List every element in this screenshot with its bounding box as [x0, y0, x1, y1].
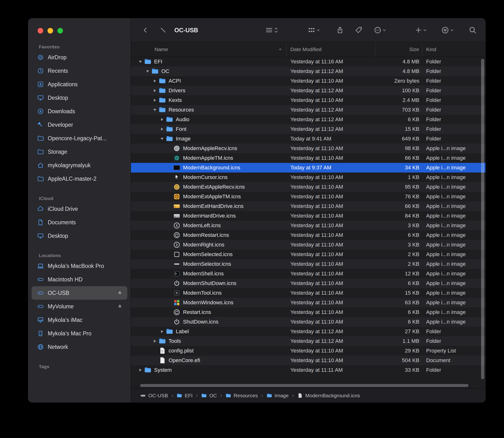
file-row-modernselector-icns[interactable]: ModernSelector.icnsYesterday at 11:10 AM…: [131, 259, 485, 269]
breadcrumb-item-image[interactable]: Image: [266, 393, 289, 398]
column-header-kind[interactable]: Kind: [422, 42, 485, 57]
horizontal-scrollbar[interactable]: [140, 384, 469, 387]
breadcrumb-item-modernbackground-icns[interactable]: ModernBackground.icns: [297, 393, 360, 398]
file-row-shutdown-icns[interactable]: ShutDown.icnsYesterday at 11:10 AM6 KBAp…: [131, 317, 485, 327]
toolbar: OC-USB: [131, 18, 485, 42]
eject-icon[interactable]: [117, 303, 123, 310]
file-row-image[interactable]: ImageToday at 9:41 AM649 KBFolder: [131, 134, 485, 143]
sidebar-item-icloud-drive[interactable]: iCloud Drive: [32, 202, 127, 216]
disclosure-closed-icon[interactable]: [159, 327, 166, 336]
file-row-opencore-efi[interactable]: OpenCore.efiYesterday at 11:10 AM504 KBD…: [131, 356, 485, 365]
tags-button[interactable]: [355, 26, 363, 34]
group-by-button[interactable]: [308, 26, 321, 34]
file-row-kexts[interactable]: KextsYesterday at 11:10 AM2.4 MBFolder: [131, 95, 485, 105]
file-kind: Apple i...n image: [422, 230, 485, 240]
sidebar-item-network[interactable]: Network: [32, 340, 127, 354]
file-row-modernappletm-icns[interactable]: ModernAppleTM.icnsYesterday at 11:10 AM6…: [131, 153, 485, 163]
disclosure-closed-icon[interactable]: [151, 95, 159, 105]
column-header-date-modified[interactable]: Date Modified: [286, 42, 376, 57]
file-row-oc[interactable]: OCYesterday at 11:12 AM4.8 MBFolder: [131, 66, 485, 76]
file-row-font[interactable]: FontYesterday at 11:12 AM15 KBFolder: [131, 124, 485, 134]
share-button[interactable]: [336, 26, 344, 34]
file-row-system[interactable]: SystemYesterday at 11:11 AM33 KBFolder: [131, 365, 485, 375]
sidebar-item-macintosh-hd[interactable]: Macintosh HD: [32, 273, 127, 286]
sidebar-item-storage[interactable]: Storage: [32, 145, 127, 159]
disclosure-open-icon[interactable]: [159, 134, 166, 143]
file-row-modernbackground-icns[interactable]: ModernBackground.icnsToday at 9:37 AM34 …: [131, 163, 485, 173]
file-row-modernright-icns[interactable]: ModernRight.icnsYesterday at 11:10 AM3 K…: [131, 240, 485, 250]
file-row-moderntool-icns[interactable]: ModernTool.icnsYesterday at 11:10 AM15 K…: [131, 288, 485, 298]
account-badge-button[interactable]: M: [441, 26, 455, 34]
sidebar-item-mykola-s-imac[interactable]: Mykola’s iMac: [32, 313, 127, 327]
file-row-modernshell-icns[interactable]: ModernShell.icnsYesterday at 11:10 AM12 …: [131, 269, 485, 278]
file-row-audio[interactable]: AudioYesterday at 11:12 AM6 KBFolder: [131, 115, 485, 124]
disclosure-closed-icon[interactable]: [151, 336, 159, 346]
close-window-button[interactable]: [38, 28, 43, 33]
sidebar-item-developer[interactable]: Developer: [32, 118, 127, 131]
eject-icon[interactable]: [117, 290, 123, 296]
file-row-resources[interactable]: ResourcesYesterday at 11:12 AM703 KBFold…: [131, 105, 485, 115]
sidebar-item-myvolume[interactable]: MyVolume: [32, 300, 127, 313]
column-header-size[interactable]: Size: [376, 42, 422, 57]
disclosure-closed-icon[interactable]: [137, 365, 144, 375]
file-row-modernwindows-icns[interactable]: ModernWindows.icnsYesterday at 11:10 AM6…: [131, 298, 485, 307]
zoom-window-button[interactable]: [57, 28, 63, 33]
file-kind: Apple i...n image: [422, 317, 485, 327]
file-row-restart-icns[interactable]: Restart.icnsYesterday at 11:10 AM6 KBApp…: [131, 307, 485, 317]
breadcrumb-item-resources[interactable]: Resources: [226, 393, 258, 398]
sidebar-item-mykolagrymalyuk[interactable]: mykolagrymalyuk: [32, 159, 127, 172]
back-button[interactable]: [142, 26, 149, 34]
forward-button[interactable]: [159, 26, 167, 34]
folder-icon: [159, 96, 166, 104]
disclosure-closed-icon[interactable]: [159, 124, 166, 134]
breadcrumb-item-oc[interactable]: OC: [201, 393, 217, 398]
more-options-button[interactable]: [374, 26, 387, 34]
sidebar-item-airdrop[interactable]: AirDrop: [32, 51, 127, 64]
breadcrumb-item-oc-usb[interactable]: OC-USB: [140, 393, 168, 398]
file-row-config-plist[interactable]: config.plistYesterday at 11:10 AM29 KBPr…: [131, 346, 485, 356]
disclosure-spacer: [166, 230, 173, 240]
view-mode-button[interactable]: [265, 26, 279, 34]
file-row-efi[interactable]: EFIYesterday at 11:16 AM4.8 MBFolder: [131, 57, 485, 66]
sidebar-item-opencore-legacy-pat[interactable]: Opencore-Legacy-Pat...: [32, 131, 127, 145]
file-row-modernshutdown-icns[interactable]: ModernShutDown.icnsYesterday at 11:10 AM…: [131, 278, 485, 288]
file-row-modernharddrive-icns[interactable]: ModernHardDrive.icnsYesterday at 11:10 A…: [131, 211, 485, 221]
file-row-modernleft-icns[interactable]: ModernLeft.icnsYesterday at 11:10 AM3 KB…: [131, 221, 485, 230]
disclosure-open-icon[interactable]: [137, 57, 144, 66]
circle-right-icon: [173, 241, 181, 249]
file-row-modernrestart-icns[interactable]: ModernRestart.icnsYesterday at 11:10 AM6…: [131, 230, 485, 240]
sidebar-item-applications[interactable]: Applications: [32, 77, 127, 91]
file-row-acpi[interactable]: ACPIYesterday at 11:10 AMZero bytesFolde…: [131, 76, 485, 86]
sidebar-item-downloads[interactable]: Downloads: [32, 105, 127, 118]
sidebar-item-desktop[interactable]: Desktop: [32, 91, 127, 105]
file-row-modernextappletm-icns[interactable]: ModernExtAppleTM.icnsYesterday at 11:10 …: [131, 192, 485, 201]
vertical-scrollbar[interactable]: [481, 59, 484, 379]
disclosure-open-icon[interactable]: [151, 105, 159, 115]
file-row-modernapplerecv-icns[interactable]: ModernAppleRecv.icnsYesterday at 11:10 A…: [131, 143, 485, 153]
column-header-name[interactable]: Name: [131, 42, 286, 57]
file-row-tools[interactable]: ToolsYesterday at 11:12 AM1.1 MBFolder: [131, 336, 485, 346]
sidebar-item-mykola-s-mac-pro[interactable]: Mykola’s Mac Pro: [32, 327, 127, 340]
file-row-moderncursor-icns[interactable]: ModernCursor.icnsYesterday at 11:10 AM1 …: [131, 173, 485, 182]
file-row-modernselected-icns[interactable]: ModernSelected.icnsYesterday at 11:10 AM…: [131, 250, 485, 259]
disclosure-closed-icon[interactable]: [151, 86, 159, 95]
sidebar-item-oc-usb[interactable]: OC-USB: [32, 286, 127, 300]
file-row-drivers[interactable]: DriversYesterday at 11:12 AM100 KBFolder: [131, 86, 485, 95]
file-row-modernextharddrive-icns[interactable]: ModernExtHardDrive.icnsYesterday at 11:1…: [131, 201, 485, 211]
new-item-button[interactable]: [414, 26, 428, 34]
breadcrumb-item-efi[interactable]: EFI: [176, 393, 193, 398]
disclosure-open-icon[interactable]: [144, 66, 151, 76]
sidebar-item-recents[interactable]: Recents: [32, 64, 127, 77]
minimize-window-button[interactable]: [47, 28, 53, 33]
sidebar-item-mykola-s-macbook-pro[interactable]: Mykola’s MacBook Pro: [32, 259, 127, 273]
disclosure-closed-icon[interactable]: [151, 76, 159, 86]
disclosure-closed-icon[interactable]: [159, 115, 166, 124]
file-row-label[interactable]: LabelYesterday at 11:12 AM27 KBFolder: [131, 327, 485, 336]
breadcrumb-label: ModernBackground.icns: [305, 393, 360, 398]
sidebar-item-documents[interactable]: Documents: [32, 216, 127, 229]
file-row-modernextapplerecv-icns[interactable]: ModernExtAppleRecv.icnsYesterday at 11:1…: [131, 182, 485, 192]
sidebar-item-desktop[interactable]: Desktop: [32, 229, 127, 243]
sidebar-item-applealc-master-2[interactable]: AppleALC-master-2: [32, 172, 127, 186]
file-size: 2 KB: [376, 259, 422, 269]
search-button[interactable]: [469, 26, 477, 34]
